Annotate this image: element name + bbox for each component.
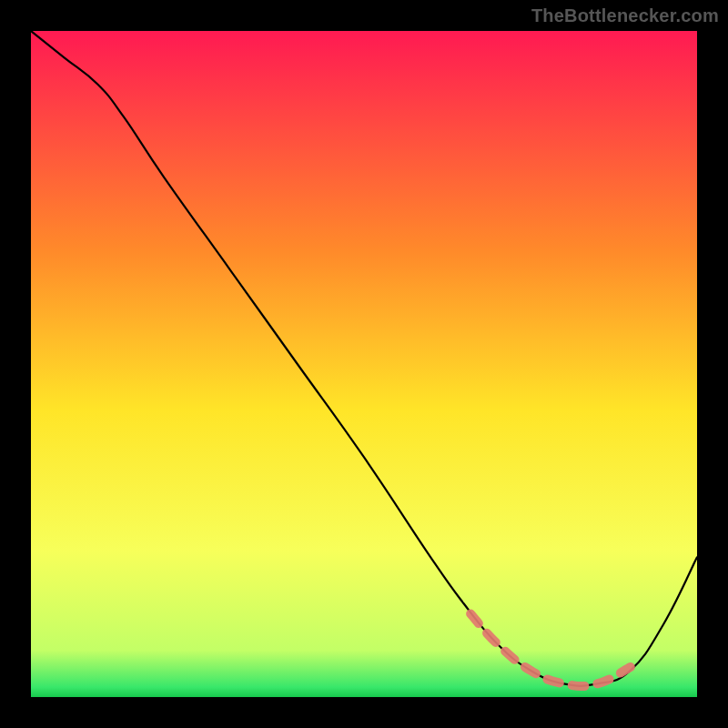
- attribution-text: TheBottlenecker.com: [531, 5, 719, 26]
- chart-frame: TheBottlenecker.com: [0, 0, 728, 728]
- chart-background: [31, 31, 697, 697]
- bottleneck-chart: [31, 31, 697, 697]
